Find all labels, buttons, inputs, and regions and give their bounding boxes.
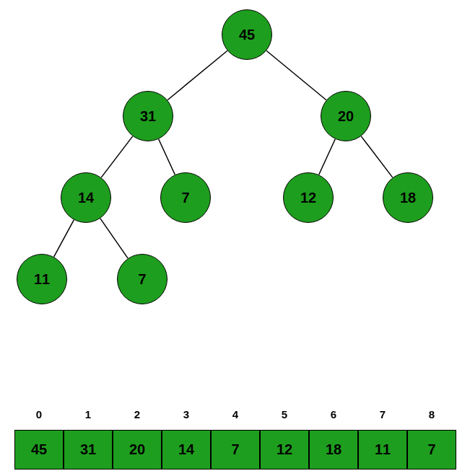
array-cell: 7 <box>211 430 260 470</box>
array-index: 5 <box>260 408 309 420</box>
array-index: 6 <box>309 408 358 420</box>
array-cell-value: 14 <box>178 441 194 458</box>
tree-node-value: 45 <box>239 27 255 43</box>
tree-node-value: 7 <box>181 190 189 206</box>
array-cell: 12 <box>260 430 309 470</box>
tree-node: 7 <box>160 172 211 223</box>
heap-diagram: { "tree": { "nodes": [ {"id":"n0","value… <box>0 0 470 476</box>
array-index: 2 <box>113 408 162 420</box>
array-cell-value: 31 <box>80 441 96 458</box>
tree-node-value: 7 <box>138 271 146 288</box>
tree-edge <box>319 139 336 175</box>
array-cell-value: 11 <box>375 441 391 458</box>
array-index: 4 <box>211 408 260 420</box>
array-cell: 14 <box>162 430 211 470</box>
tree-node: 11 <box>17 254 67 304</box>
array-index: 7 <box>358 408 407 420</box>
tree-edge <box>167 50 227 100</box>
tree-edge <box>54 220 74 257</box>
array-cell: 18 <box>309 430 358 470</box>
array-cell-value: 7 <box>427 441 435 458</box>
array-cell-value: 45 <box>31 441 47 458</box>
tree-node-value: 31 <box>140 108 156 125</box>
array-cell-value: 12 <box>277 441 292 458</box>
tree-node: 7 <box>117 254 167 304</box>
tree-node-value: 11 <box>34 271 50 288</box>
array-cell: 20 <box>113 430 162 470</box>
tree-edges <box>0 0 470 476</box>
array-cell-value: 20 <box>129 441 145 458</box>
array-cell: 31 <box>64 430 113 470</box>
tree-edge <box>361 136 393 177</box>
tree-node: 18 <box>383 172 433 223</box>
array-cell: 7 <box>407 430 456 470</box>
tree-edge <box>101 136 133 177</box>
tree-node-value: 14 <box>78 190 94 206</box>
tree-node: 20 <box>321 91 371 141</box>
tree-node: 14 <box>61 172 111 223</box>
array-index: 1 <box>64 408 113 420</box>
tree-node: 12 <box>283 172 334 223</box>
tree-edge <box>100 219 128 258</box>
array-cell-value: 18 <box>326 441 341 458</box>
array-cell-value: 7 <box>231 441 239 458</box>
tree-edge <box>266 50 326 100</box>
tree-node-value: 12 <box>300 190 316 206</box>
array-index: 0 <box>14 408 64 420</box>
tree-edge <box>159 139 175 175</box>
array-cell: 11 <box>358 430 407 470</box>
array-cell: 45 <box>14 430 64 470</box>
array-index: 3 <box>162 408 211 420</box>
tree-node: 45 <box>222 9 272 60</box>
tree-node-value: 18 <box>400 190 416 206</box>
tree-node: 31 <box>123 91 173 141</box>
tree-node-value: 20 <box>338 108 354 125</box>
array-index: 8 <box>407 408 456 420</box>
